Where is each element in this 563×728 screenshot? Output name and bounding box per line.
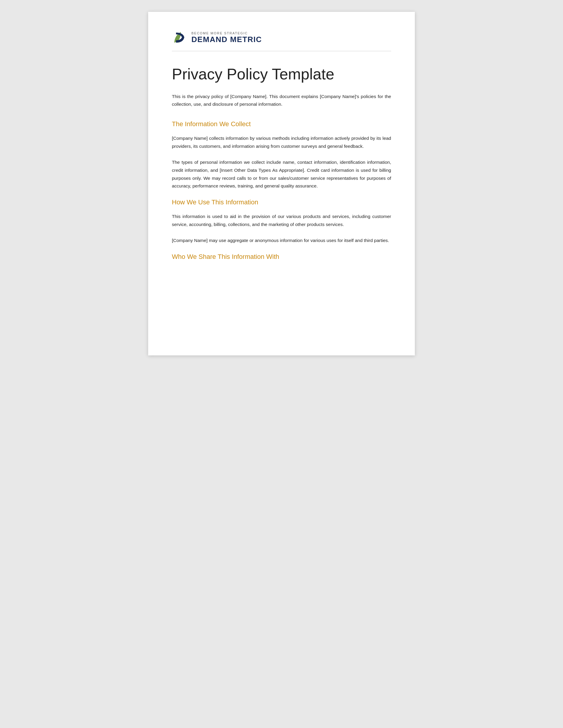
section-heading-share: Who We Share This Information With bbox=[172, 253, 391, 261]
document-page: Become More Strategic Demand Metric Priv… bbox=[148, 12, 415, 355]
section-collect: The Information We Collect [Company Name… bbox=[172, 120, 391, 190]
use-paragraph-1: This information is used to aid in the p… bbox=[172, 213, 391, 228]
section-use: How We Use This Information This informa… bbox=[172, 198, 391, 245]
logo-text-block: Become More Strategic Demand Metric bbox=[191, 31, 262, 43]
intro-paragraph: This is the privacy policy of [Company N… bbox=[172, 93, 391, 108]
logo-tagline: Become More Strategic bbox=[191, 31, 262, 35]
logo-icon bbox=[172, 30, 187, 45]
logo-brand: Demand Metric bbox=[191, 36, 262, 43]
collect-paragraph-2: The types of personal information we col… bbox=[172, 158, 391, 190]
collect-paragraph-1: [Company Name] collects information by v… bbox=[172, 134, 391, 150]
section-share: Who We Share This Information With bbox=[172, 253, 391, 261]
header: Become More Strategic Demand Metric bbox=[172, 30, 391, 51]
use-paragraph-2: [Company Name] may use aggregate or anon… bbox=[172, 237, 391, 245]
page-title: Privacy Policy Template bbox=[172, 65, 391, 83]
section-heading-use: How We Use This Information bbox=[172, 198, 391, 206]
section-heading-collect: The Information We Collect bbox=[172, 120, 391, 128]
